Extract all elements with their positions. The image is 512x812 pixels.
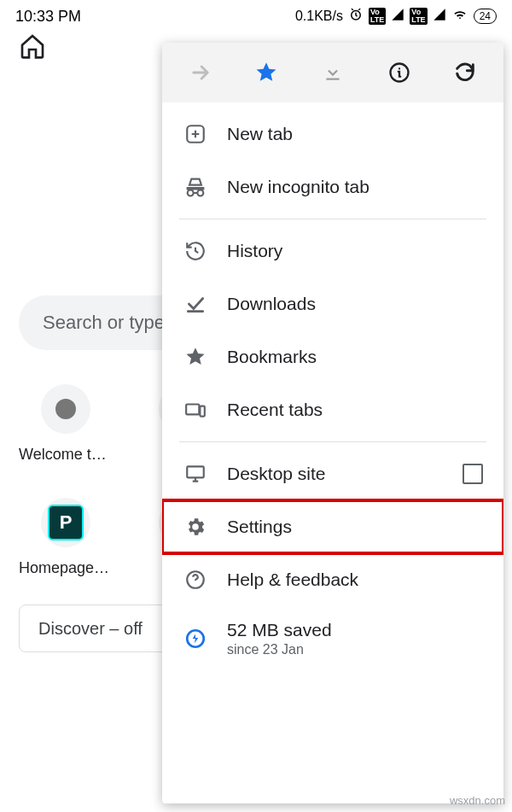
- menu-toolbar: [162, 43, 503, 102]
- menu-bookmarks[interactable]: Bookmarks: [162, 330, 503, 383]
- alarm-icon: [348, 7, 364, 26]
- lte-badge-1: VoLTE: [369, 8, 386, 25]
- menu-help[interactable]: Help & feedback: [162, 553, 503, 606]
- info-button[interactable]: [381, 54, 418, 91]
- discover-toggle[interactable]: Discover – off: [19, 605, 172, 652]
- history-icon: [183, 238, 208, 264]
- menu-history[interactable]: History: [162, 225, 503, 277]
- data-saver-sub: since 23 Jan: [227, 642, 483, 657]
- menu-data-saver[interactable]: 52 MB saved since 23 Jan: [162, 606, 503, 671]
- menu-divider: [179, 219, 486, 219]
- incognito-icon: [183, 174, 208, 200]
- bookmark-star-button[interactable]: [247, 54, 285, 91]
- wifi-icon: [451, 8, 468, 25]
- signal-icon-1: [391, 8, 404, 25]
- status-indicators: 0.1KB/s VoLTE VoLTE 24: [295, 7, 497, 26]
- menu-desktop-site[interactable]: Desktop site: [162, 447, 503, 500]
- shortcut-welcome[interactable]: Welcome to…: [19, 384, 113, 464]
- bookmarks-star-icon: [183, 344, 208, 370]
- recent-tabs-icon: [183, 397, 208, 423]
- download-button[interactable]: [314, 54, 352, 91]
- help-icon: [183, 567, 208, 593]
- status-time: 10:33 PM: [15, 8, 81, 26]
- menu-downloads[interactable]: Downloads: [162, 277, 503, 330]
- menu-incognito[interactable]: New incognito tab: [162, 161, 503, 213]
- downloads-check-icon: [183, 291, 208, 317]
- menu-settings[interactable]: Settings: [162, 500, 503, 553]
- svg-rect-4: [200, 406, 204, 417]
- shortcut-homepage[interactable]: P Homepage …: [19, 498, 113, 577]
- new-tab-icon: [183, 121, 208, 147]
- chrome-overflow-menu: New tab New incognito tab History Downlo…: [162, 43, 503, 803]
- search-placeholder: Search or type: [43, 312, 165, 334]
- data-saver-icon: [183, 626, 208, 651]
- battery-indicator: 24: [474, 9, 497, 24]
- menu-new-tab[interactable]: New tab: [162, 108, 503, 161]
- desktop-icon: [183, 461, 208, 487]
- svg-rect-3: [186, 405, 199, 415]
- lte-badge-2: VoLTE: [410, 8, 427, 25]
- status-bar: 10:33 PM 0.1KB/s VoLTE VoLTE 24: [0, 0, 512, 32]
- desktop-site-checkbox[interactable]: [463, 464, 483, 484]
- menu-divider: [179, 441, 486, 442]
- gear-icon: [183, 514, 208, 540]
- watermark: wsxdn.com: [450, 794, 505, 807]
- menu-recent-tabs[interactable]: Recent tabs: [162, 383, 503, 436]
- net-speed: 0.1KB/s: [295, 9, 343, 24]
- svg-rect-5: [187, 466, 204, 477]
- data-saver-main: 52 MB saved: [227, 620, 483, 640]
- forward-button[interactable]: [182, 54, 219, 91]
- reload-button[interactable]: [446, 54, 484, 91]
- signal-icon-2: [433, 8, 446, 25]
